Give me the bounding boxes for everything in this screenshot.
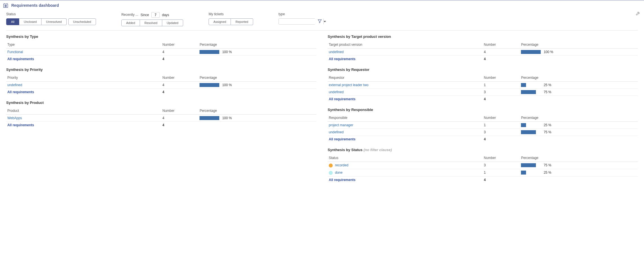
table-row: undefined375 % [328,129,638,136]
column-header: Percentage [520,114,638,122]
svg-point-2 [5,5,6,6]
type-input[interactable] [279,19,323,24]
total-number: 4 [483,56,520,63]
column-header: Number [483,41,520,49]
left-column: Synthesis by Type TypeNumberPercentageFu… [6,34,316,188]
filter-mytickets: My tickets AssignedReported [209,12,253,25]
row-percentage: 100 % [198,82,316,89]
table-row: undefined4100 % [328,49,638,56]
column-header: Requestor [328,74,483,82]
widget-title: Synthesis by Product [6,101,316,105]
row-number: 4 [161,82,199,89]
percentage-bar [521,83,526,87]
row-number: 4 [161,115,199,122]
all-requirements-link[interactable]: All requirements [329,178,356,182]
row-link[interactable]: undefined [329,130,344,134]
recently-resolved-button[interactable]: Resolved [140,19,162,26]
mytickets-assigned-button[interactable]: Assigned [209,18,231,25]
row-number: 3 [483,162,520,169]
data-table: Target product versionNumberPercentageun… [328,41,638,62]
mytickets-reported-button[interactable]: Reported [231,18,253,25]
all-requirements-link[interactable]: All requirements [329,57,356,61]
row-link[interactable]: recorded [335,163,348,167]
column-header: Percentage [198,107,316,115]
dropdown-caret-icon[interactable] [323,19,326,24]
recently-updated-button[interactable]: Updated [162,19,183,26]
row-percentage: 75 % [520,162,638,169]
filter-status: Status AllUnclosedUnresolved Unscheduled [6,12,96,25]
data-table: PriorityNumberPercentageundefined4100 %A… [6,74,316,95]
percentage-label: 100 % [222,50,232,54]
filter-mytickets-label: My tickets [209,12,253,16]
dashboard-columns: Synthesis by Type TypeNumberPercentageFu… [0,31,644,192]
column-header: Number [161,41,199,49]
row-link[interactable]: project manager [329,123,353,127]
column-header: Number [483,154,520,162]
days-label: days [162,13,169,17]
percentage-bar [521,50,541,54]
row-link[interactable]: WebApps [7,116,22,120]
dashboard-icon [3,3,8,8]
table-row: Functional4100 % [6,49,316,56]
row-link[interactable]: done [335,171,343,175]
column-header: Percentage [198,74,316,82]
total-number: 4 [161,89,199,96]
table-row: recorded375 % [328,162,638,169]
column-header: Number [483,74,520,82]
total-number: 4 [161,56,199,63]
row-percentage: 25 % [520,82,638,89]
all-requirements-link[interactable]: All requirements [7,90,34,94]
row-link[interactable]: undefined [329,90,344,94]
column-header: Percentage [520,41,638,49]
percentage-label: 25 % [544,171,551,175]
column-header: Percentage [520,154,638,162]
mytickets-button-group: AssignedReported [209,18,253,25]
widget-title: Synthesis by Target product version [328,34,638,39]
all-requirements-link[interactable]: All requirements [329,137,356,141]
widget: Synthesis by Target product version Targ… [328,34,638,62]
widget-note: (no filter clause) [363,148,392,152]
total-number: 4 [483,96,520,103]
total-number: 4 [483,136,520,143]
status-all-button[interactable]: All [6,18,19,25]
type-dropdown[interactable] [279,18,315,25]
widget: Synthesis by Priority PriorityNumberPerc… [6,68,316,95]
recently-added-button[interactable]: Added [121,19,140,26]
table-row: undefined4100 % [6,82,316,89]
row-number: 3 [483,129,520,136]
percentage-label: 100 % [544,50,553,54]
widget-title: Synthesis by Type [6,34,316,39]
percentage-label: 75 % [544,163,551,167]
row-percentage: 75 % [520,89,638,96]
row-link[interactable]: external project leader two [329,83,369,87]
filter-icon[interactable] [317,19,322,24]
status-unclosed-button[interactable]: Unclosed [19,18,41,25]
all-requirements-link[interactable]: All requirements [7,123,34,127]
percentage-bar [200,50,219,54]
column-header: Responsible [328,114,483,122]
row-number: 4 [161,49,199,56]
row-link[interactable]: undefined [7,83,22,87]
column-header: Number [483,114,520,122]
filter-bar: Status AllUnclosedUnresolved Unscheduled… [0,10,644,30]
filter-type-label: type [279,12,322,16]
days-input[interactable] [151,12,160,18]
table-row: undefined375 % [328,89,638,96]
status-unscheduled-button[interactable]: Unscheduled [68,18,96,25]
total-row: All requirements4 [6,89,316,96]
total-row: All requirements4 [328,136,638,143]
all-requirements-link[interactable]: All requirements [7,57,34,61]
row-link[interactable]: undefined [329,50,344,54]
row-link[interactable]: Functional [7,50,23,54]
percentage-label: 100 % [222,83,232,87]
row-percentage: 100 % [198,49,316,56]
status-unresolved-button[interactable]: Unresolved [41,18,67,25]
percentage-bar [200,83,219,87]
widget-title: Synthesis by Priority [6,68,316,72]
all-requirements-link[interactable]: All requirements [329,97,356,101]
column-header: Number [161,107,199,115]
column-header: Priority [6,74,161,82]
row-percentage: 100 % [198,115,316,122]
column-header: Target product version [328,41,483,49]
column-header: Percentage [520,74,638,82]
